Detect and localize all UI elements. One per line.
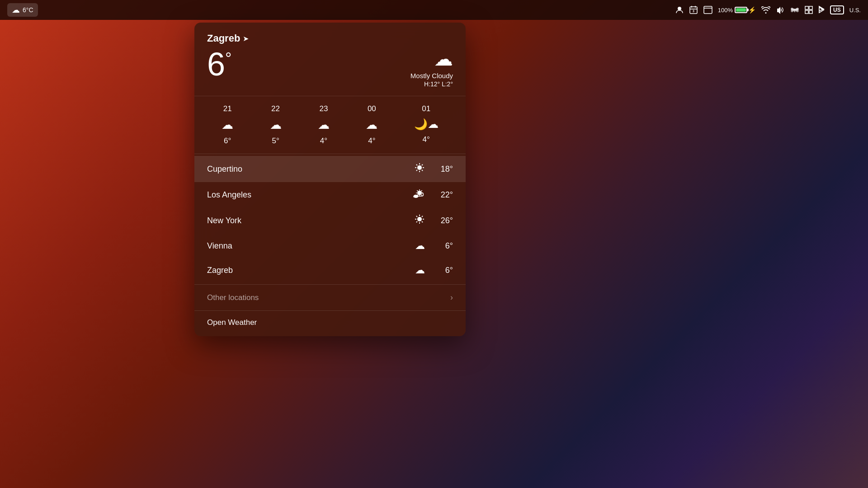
- wifi-icon[interactable]: [761, 6, 770, 14]
- hour-item-2: 23 ☁ 4°: [318, 104, 330, 145]
- other-locations-row[interactable]: Other locations ›: [194, 284, 466, 310]
- location-item-vienna[interactable]: Vienna ☁ 6°: [194, 234, 466, 258]
- hourly-forecast: 21 ☁ 6° 22 ☁ 5° 23 ☁ 4° 00 ☁ 4° 01 🌙☁ 4°: [194, 96, 466, 154]
- loc-temp-cupertino: 18°: [433, 164, 453, 174]
- volume-icon[interactable]: [776, 6, 785, 14]
- open-weather-label: Open Weather: [207, 318, 257, 327]
- hour-item-1: 22 ☁ 5°: [270, 104, 282, 145]
- bluetooth-icon[interactable]: [818, 5, 825, 14]
- svg-line-19: [422, 170, 423, 171]
- region-label: U.S.: [849, 7, 861, 14]
- svg-line-27: [417, 190, 418, 191]
- hour-icon-3: ☁: [366, 118, 377, 132]
- svg-text:3: 3: [693, 9, 694, 13]
- loc-icon-los-angeles: [412, 188, 425, 201]
- hour-label-2: 23: [320, 104, 328, 113]
- loc-icon-zagreb: ☁: [415, 264, 425, 276]
- svg-line-39: [422, 216, 423, 217]
- hour-temp-4: 4°: [423, 135, 430, 144]
- calendar-icon[interactable]: 3: [689, 5, 698, 14]
- battery-icon: [735, 7, 747, 13]
- hour-label-4: 01: [422, 104, 430, 113]
- svg-point-32: [417, 217, 422, 221]
- menubar-temp-label: 6°C: [23, 6, 33, 14]
- battery-container: 100% ⚡: [718, 6, 756, 14]
- loc-icon-vienna: ☁: [415, 240, 425, 252]
- svg-line-37: [416, 216, 417, 217]
- hour-icon-1: ☁: [270, 118, 282, 132]
- menubar-right-icons: 3 100% ⚡ US U.S.: [675, 5, 861, 14]
- svg-rect-9: [805, 6, 808, 9]
- hour-label-3: 00: [368, 104, 376, 113]
- battery-percent: 100%: [718, 7, 733, 14]
- hour-item-3: 00 ☁ 4°: [366, 104, 377, 145]
- butterfly-icon[interactable]: [790, 6, 799, 14]
- hour-item-0: 21 ☁ 6°: [222, 104, 233, 145]
- svg-line-20: [422, 164, 423, 165]
- svg-line-18: [416, 164, 417, 165]
- battery-fill: [736, 8, 746, 12]
- hour-temp-1: 5°: [272, 136, 279, 145]
- current-temp: 6°: [207, 48, 231, 80]
- menubar-cloud-icon: ☁: [12, 5, 20, 15]
- hour-icon-4: 🌙☁: [414, 118, 439, 131]
- hour-label-0: 21: [223, 104, 232, 113]
- hour-icon-2: ☁: [318, 118, 330, 132]
- us-badge[interactable]: US: [830, 5, 844, 14]
- city-row: Zagreb ➤: [207, 33, 453, 44]
- open-weather-button[interactable]: Open Weather: [194, 310, 466, 336]
- svg-rect-12: [809, 10, 812, 14]
- svg-point-0: [678, 7, 681, 10]
- current-weather-icon: ☁: [410, 48, 453, 70]
- loc-temp-vienna: 6°: [433, 241, 453, 251]
- svg-rect-11: [805, 10, 808, 14]
- hour-label-1: 22: [271, 104, 280, 113]
- loc-icon-new-york: [414, 214, 425, 227]
- location-item-zagreb[interactable]: Zagreb ☁ 6°: [194, 258, 466, 282]
- weather-main: 6° ☁ Mostly Cloudy H:12° L:2°: [207, 48, 453, 88]
- weather-description: ☁ Mostly Cloudy H:12° L:2°: [410, 48, 453, 88]
- svg-rect-10: [809, 6, 812, 9]
- other-locations-label: Other locations: [207, 293, 450, 302]
- location-item-cupertino[interactable]: Cupertino 18°: [194, 156, 466, 182]
- loc-temp-los-angeles: 22°: [433, 190, 453, 200]
- hour-temp-3: 4°: [368, 136, 375, 145]
- grid-icon[interactable]: [805, 6, 813, 14]
- hi-lo-text: H:12° L:2°: [410, 80, 453, 88]
- svg-point-31: [414, 195, 419, 198]
- current-weather-section: Zagreb ➤ 6° ☁ Mostly Cloudy H:12° L:2°: [194, 23, 466, 96]
- hour-item-4: 01 🌙☁ 4°: [414, 104, 439, 145]
- location-item-new-york[interactable]: New York 26°: [194, 207, 466, 234]
- loc-name-vienna: Vienna: [207, 241, 415, 251]
- loc-name-cupertino: Cupertino: [207, 164, 414, 174]
- loc-icon-cupertino: [414, 162, 425, 176]
- hour-icon-0: ☁: [222, 118, 233, 132]
- menubar: ☁ 6°C 3 100% ⚡: [0, 0, 868, 20]
- loc-name-new-york: New York: [207, 216, 414, 225]
- svg-line-21: [416, 170, 417, 171]
- location-item-los-angeles[interactable]: Los Angeles 22°: [194, 182, 466, 207]
- location-list: Cupertino 18° Los Angeles 22° New York 2…: [194, 154, 466, 284]
- hour-temp-2: 4°: [320, 136, 327, 145]
- chevron-right-icon: ›: [450, 293, 453, 302]
- loc-temp-zagreb: 6°: [433, 266, 453, 275]
- loc-name-zagreb: Zagreb: [207, 266, 415, 275]
- condition-text: Mostly Cloudy: [410, 72, 453, 80]
- lightning-icon: ⚡: [748, 6, 756, 14]
- window-icon[interactable]: [703, 6, 712, 14]
- svg-rect-6: [704, 6, 712, 14]
- hour-temp-0: 6°: [224, 136, 231, 145]
- svg-line-28: [421, 195, 422, 196]
- loc-name-los-angeles: Los Angeles: [207, 190, 412, 200]
- svg-line-40: [416, 221, 417, 222]
- svg-point-13: [417, 165, 422, 170]
- location-arrow-icon: ➤: [243, 34, 249, 43]
- loc-temp-new-york: 26°: [433, 216, 453, 225]
- menubar-weather-widget[interactable]: ☁ 6°C: [7, 3, 38, 17]
- weather-dropdown: Zagreb ➤ 6° ☁ Mostly Cloudy H:12° L:2° 2…: [194, 23, 466, 336]
- svg-line-38: [422, 221, 423, 222]
- svg-line-29: [421, 190, 422, 191]
- city-name: Zagreb: [207, 33, 240, 44]
- user-icon[interactable]: [675, 6, 684, 14]
